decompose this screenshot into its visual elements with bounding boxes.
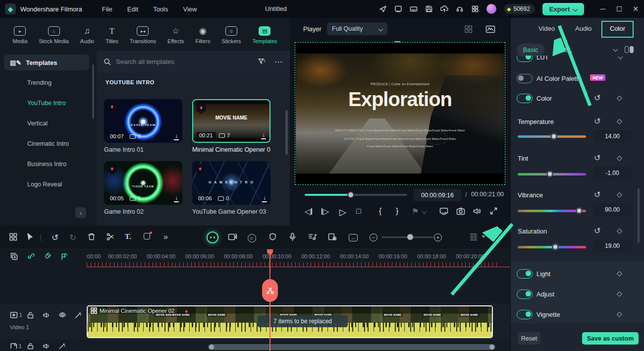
playback-progress-bar[interactable]: [305, 194, 407, 196]
track-magic-icon[interactable]: [74, 311, 82, 319]
lut-toggle[interactable]: [517, 56, 533, 62]
scroll-handle-left[interactable]: [209, 345, 214, 350]
sidebar-item-trending[interactable]: Trending: [27, 79, 52, 86]
sidebar-item-youtube-intro[interactable]: YouTube Intro: [27, 100, 66, 107]
keyframe-diamond-icon[interactable]: ◇: [617, 290, 622, 297]
mark-out-button[interactable]: }: [396, 207, 398, 216]
marker-flag-icon[interactable]: [59, 252, 68, 261]
audio-stretch-icon[interactable]: [308, 233, 317, 241]
undo-icon[interactable]: ↺: [52, 233, 58, 243]
next-frame-button[interactable]: ▷: [322, 207, 329, 216]
saturation-slider[interactable]: [518, 246, 586, 248]
save-as-custom-button[interactable]: Save as custom: [582, 332, 639, 345]
link-clips-icon[interactable]: [27, 252, 36, 261]
subtab-hsl[interactable]: HSL: [560, 47, 572, 54]
search-input[interactable]: [116, 58, 258, 65]
fit-timeline-icon[interactable]: ↔: [349, 233, 358, 241]
reset-button[interactable]: Reset: [518, 332, 540, 345]
voiceover-mic-icon[interactable]: [288, 233, 297, 241]
split-scissors-icon[interactable]: [106, 233, 114, 241]
zoom-slider-handle[interactable]: [407, 234, 413, 240]
scopes-icon[interactable]: [485, 25, 495, 34]
lock-track-icon[interactable]: [27, 343, 34, 350]
more-options-icon[interactable]: ···: [275, 58, 283, 65]
reset-icon[interactable]: ↺: [594, 153, 600, 163]
maximize-button[interactable]: ☐: [615, 5, 624, 13]
preview-quality-icon[interactable]: [328, 233, 337, 241]
sidebar-item-vertical[interactable]: Vertical: [27, 120, 48, 127]
play-button[interactable]: ▷: [339, 207, 346, 218]
tint-value[interactable]: -1.00: [593, 167, 632, 179]
quality-dropdown[interactable]: Full Quality: [327, 22, 387, 35]
ai-color-palette-toggle[interactable]: [517, 74, 533, 83]
mirror-display-icon[interactable]: [439, 207, 448, 216]
playhead-scissors-button[interactable]: [262, 279, 278, 302]
previous-frame-button[interactable]: ◁: [305, 207, 312, 216]
zoom-out-icon[interactable]: −: [370, 233, 377, 241]
menu-file[interactable]: File: [102, 5, 112, 13]
user-avatar[interactable]: [486, 4, 496, 14]
vibrance-slider[interactable]: [518, 210, 586, 212]
slider-handle[interactable]: [576, 207, 583, 214]
ai-color-palette-row[interactable]: AI Color Palette NEW: [511, 72, 644, 87]
adjust-row[interactable]: Adjust ◇: [511, 288, 644, 303]
lock-track-icon[interactable]: [27, 311, 34, 319]
support-headset-icon[interactable]: [456, 5, 464, 13]
screen-record-icon[interactable]: [228, 233, 237, 241]
pointer-tool-icon[interactable]: [26, 233, 35, 241]
snapshot-camera-icon[interactable]: [456, 207, 465, 216]
template-card-minimal-cinematic-opener[interactable]: MOVIE NAME ♦ 00:21 7 ↓ Minimal Cinematic…: [192, 99, 270, 153]
compare-view-icon[interactable]: [625, 46, 634, 53]
subtab-basic[interactable]: Basic: [517, 44, 544, 57]
hide-track-icon[interactable]: [58, 311, 66, 318]
nav-filters[interactable]: ◉Filters: [195, 26, 210, 44]
download-icon[interactable]: ↓: [262, 195, 267, 202]
color-row[interactable]: Color ↺ ◇: [511, 92, 644, 107]
nav-titles[interactable]: TTitles: [106, 26, 118, 44]
color-toggle[interactable]: [517, 94, 533, 103]
play-preview-icon[interactable]: ▷: [248, 233, 256, 242]
delete-icon[interactable]: [87, 233, 96, 241]
nav-stock-media[interactable]: ⌂Stock Media: [39, 26, 69, 44]
chevron-down-icon[interactable]: [613, 47, 618, 52]
download-icon[interactable]: ↓: [174, 195, 179, 202]
mask-shield-icon[interactable]: [268, 233, 277, 241]
mute-track-icon[interactable]: [43, 343, 50, 350]
slider-handle[interactable]: [546, 171, 553, 177]
tab-audio[interactable]: Audio: [575, 25, 591, 32]
layout-grid-icon[interactable]: [464, 25, 473, 34]
nav-stickers[interactable]: ☺Stickers: [221, 26, 241, 44]
saturation-value[interactable]: 19.00: [593, 239, 632, 252]
crop-tool-icon[interactable]: [144, 233, 150, 241]
collapse-sidebar-button[interactable]: ‹: [75, 207, 86, 218]
keyframe-diamond-icon[interactable]: ◇: [617, 227, 622, 234]
volume-icon[interactable]: [473, 207, 482, 216]
upload-cloud-icon[interactable]: [440, 5, 448, 13]
templates-scrollbar[interactable]: [285, 110, 288, 155]
text-tool-icon[interactable]: T.: [125, 233, 131, 241]
sidebar-header-templates[interactable]: ▤✎Templates: [4, 55, 89, 70]
track-magic-icon[interactable]: [58, 343, 66, 350]
share-icon[interactable]: [379, 5, 387, 13]
progress-handle[interactable]: [347, 191, 354, 198]
vibrance-value[interactable]: 90.00: [593, 203, 632, 216]
reset-icon[interactable]: ↺: [594, 226, 600, 235]
vignette-row[interactable]: Vignette ◇: [511, 308, 644, 323]
template-thumbnail[interactable]: G A M E I N T R O ♦ 00:06 0 ↓: [192, 161, 270, 205]
minimize-button[interactable]: ─: [598, 5, 607, 13]
temperature-value[interactable]: 14.00: [593, 130, 632, 143]
ai-assistant-icon[interactable]: [207, 232, 218, 243]
keyframe-diamond-icon[interactable]: ◇: [617, 154, 622, 162]
redo-icon[interactable]: ↻: [69, 233, 76, 243]
adjust-toggle[interactable]: [517, 290, 533, 299]
reset-icon[interactable]: ↺: [594, 93, 600, 103]
template-card-game-intro-01[interactable]: EAGLE TEAM ♦ 00:07 0 ↓ Game Intro 01: [104, 99, 182, 153]
slider-handle[interactable]: [552, 243, 559, 250]
scroll-handle-right[interactable]: [489, 345, 494, 350]
tab-video[interactable]: Video: [538, 25, 555, 32]
credits-badge[interactable]: ◆50692: [504, 4, 535, 14]
lut-row[interactable]: LUT: [511, 56, 644, 66]
marker-flag-icon[interactable]: ⚑: [412, 207, 426, 216]
download-icon[interactable]: ↓: [261, 132, 266, 139]
template-card-game-intro-02[interactable]: TIGER TEAM ♦ 00:05 1 ↓ Game Intro 02: [104, 161, 182, 215]
